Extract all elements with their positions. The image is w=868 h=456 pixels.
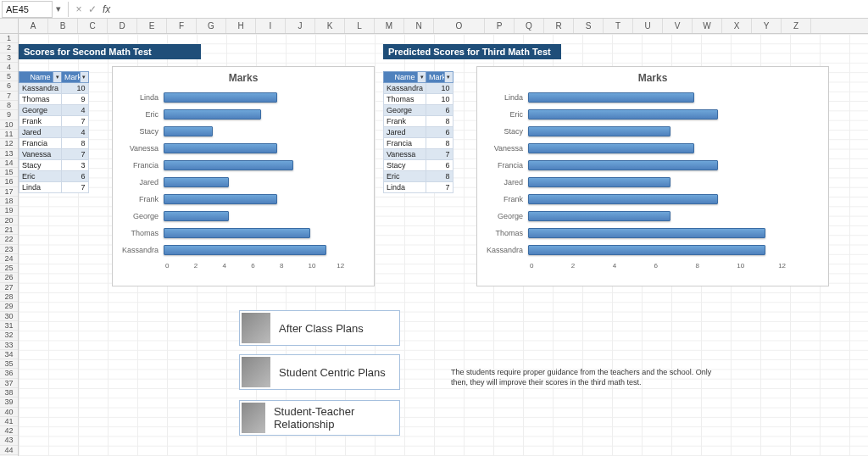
cell-grid[interactable]: Scores for Second Math Test Predicted Sc… [19,34,868,456]
cell-name[interactable]: Francia [19,138,62,149]
cell-marks[interactable]: 4 [62,127,89,138]
row-header[interactable]: 14 [0,158,18,168]
cell-marks[interactable]: 7 [426,182,453,193]
table-row[interactable]: Frank7 [19,116,89,127]
cell-marks[interactable]: 6 [426,105,453,116]
row-header[interactable]: 7 [0,92,18,101]
column-header[interactable]: L [345,19,375,33]
cancel-formula-button[interactable]: × [72,3,86,15]
row-header[interactable]: 19 [0,206,18,215]
cell-marks[interactable]: 6 [426,160,453,171]
cell-marks[interactable]: 10 [62,83,89,94]
table-row[interactable]: Linda7 [19,182,89,193]
table-row[interactable]: Kassandra10 [384,83,453,94]
name-box[interactable]: AE45 [2,1,53,18]
row-header[interactable]: 6 [0,81,18,91]
row-header[interactable]: 21 [0,225,18,235]
table-row[interactable]: Vanessa7 [384,149,453,160]
row-header[interactable]: 11 [0,130,18,139]
column-header[interactable]: G [197,19,226,33]
row-header[interactable]: 18 [0,197,18,206]
card-after-class[interactable]: After Class Plans [239,310,400,346]
table-row[interactable]: Stacy6 [384,160,453,171]
column-header[interactable]: Z [782,19,811,33]
column-header[interactable]: W [693,19,722,33]
column-header[interactable]: N [404,19,434,33]
row-header[interactable]: 12 [0,139,18,148]
filter-icon[interactable]: ▾ [417,72,426,82]
column-header[interactable]: V [663,19,693,33]
row-header[interactable]: 28 [0,292,18,302]
row-header[interactable]: 35 [0,359,18,369]
cell-name[interactable]: Vanessa [384,149,426,160]
row-header[interactable]: 34 [0,350,18,359]
cell-name[interactable]: Vanessa [19,149,62,160]
cell-name[interactable]: Stacy [19,160,62,171]
row-header[interactable]: 37 [0,379,18,388]
cell-name[interactable]: Thomas [19,94,62,105]
cell-marks[interactable]: 7 [62,149,89,160]
column-header[interactable]: Q [515,19,544,33]
formula-input[interactable] [114,0,868,18]
cell-name[interactable]: Eric [384,171,426,182]
table-row[interactable]: Francia8 [384,138,453,149]
name-box-dropdown[interactable]: ▾ [53,3,64,14]
cell-name[interactable]: George [19,105,62,116]
table-header[interactable]: Marks▾ [62,72,89,83]
row-header[interactable]: 5 [0,72,18,81]
cell-name[interactable]: Frank [384,116,426,127]
card-student-centric[interactable]: Student Centric Plans [239,354,400,390]
fx-icon[interactable]: fx [103,3,110,15]
table-header[interactable]: Name▾ [19,72,62,83]
cell-name[interactable]: Kassandra [384,83,426,94]
row-header[interactable]: 16 [0,177,18,186]
row-header[interactable]: 25 [0,264,18,273]
row-header[interactable]: 20 [0,216,18,225]
column-header[interactable]: U [633,19,663,33]
column-header[interactable]: T [604,19,633,33]
table-row[interactable]: Kassandra10 [19,83,89,94]
row-header[interactable]: 26 [0,273,18,282]
cell-name[interactable]: Francia [384,138,426,149]
row-header[interactable]: 24 [0,254,18,264]
column-header[interactable]: X [722,19,752,33]
cell-marks[interactable]: 6 [426,127,453,138]
table-row[interactable]: Jared4 [19,127,89,138]
cell-name[interactable]: Linda [19,182,62,193]
row-header[interactable]: 32 [0,331,18,340]
cell-marks[interactable]: 6 [62,171,89,182]
row-header[interactable]: 36 [0,369,18,378]
table-row[interactable]: Vanessa7 [19,149,89,160]
table-row[interactable]: George6 [384,105,453,116]
column-header[interactable]: F [167,19,197,33]
cell-marks[interactable]: 3 [62,160,89,171]
column-header[interactable]: C [78,19,108,33]
table-row[interactable]: Francia8 [19,138,89,149]
column-header[interactable]: D [108,19,137,33]
row-header[interactable]: 33 [0,341,18,350]
column-header[interactable]: J [286,19,315,33]
row-header[interactable]: 38 [0,388,18,398]
row-header[interactable]: 43 [0,436,18,445]
cell-marks[interactable]: 4 [62,105,89,116]
row-header[interactable]: 40 [0,408,18,417]
table-row[interactable]: Thomas9 [19,94,89,105]
table-header[interactable]: Name▾ [384,72,426,83]
table-row[interactable]: Frank8 [384,116,453,127]
row-header[interactable]: 4 [0,63,18,72]
cell-marks[interactable]: 10 [426,94,453,105]
cell-name[interactable]: George [384,105,426,116]
cell-marks[interactable]: 8 [62,138,89,149]
cell-marks[interactable]: 8 [426,116,453,127]
column-header[interactable]: E [137,19,167,33]
column-header[interactable]: M [375,19,404,33]
row-header[interactable]: 15 [0,168,18,177]
column-header[interactable]: S [574,19,604,33]
column-header[interactable]: R [544,19,574,33]
row-header[interactable]: 9 [0,110,18,120]
cell-marks[interactable]: 9 [62,94,89,105]
table-row[interactable]: Jared6 [384,127,453,138]
select-all-corner[interactable] [0,19,19,33]
table-row[interactable]: Eric8 [384,171,453,182]
cell-name[interactable]: Jared [384,127,426,138]
